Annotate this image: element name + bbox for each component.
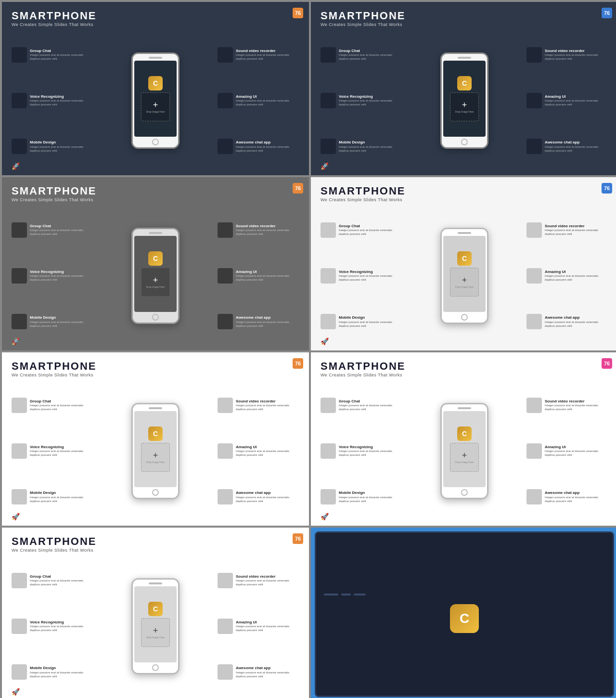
drop-area-1: + Drop Image Here [141,92,170,121]
feature-title-6d: Sound video recorder [545,399,608,404]
phone-5: C + Drop Image Here [131,403,180,499]
feature-icon-6f [526,489,542,504]
feature-title-7d: Sound video recorder [236,574,299,579]
feature-group-chat-2: Group Chat Integer posuere erat at dosan… [321,47,402,63]
feature-icon-6a [321,398,336,413]
rocket-icon-7: 🚀 [12,688,20,696]
feature-icon-5f [218,489,233,504]
drop-plus-1: + [153,101,158,109]
feature-desc-1b: Integer posuere erat at dosante venenati… [30,99,93,107]
slide-subtitle-5: We Creates Simple Slides That Works [12,373,299,377]
feature-text-7e: Amazing UI Integer posuere erat at dosan… [236,620,299,633]
feature-desc-4c: Integer posuere erat at dosante venenati… [339,321,402,328]
feature-desc-7c: Integer posuere erat at dosante venenati… [30,671,93,679]
feature-icon-7b [12,619,27,634]
slide-footer-5: 🚀 [12,512,20,521]
feature-title-1e: Amazing UI [236,94,299,99]
feature-icon-2e [526,93,542,108]
feature-icon-1b [12,93,27,108]
drop-text-7: Drop Image Here [146,636,165,639]
preview-bar-1 [324,594,338,595]
preview-inner: C [315,531,614,697]
feature-text-4d: Sound video recorder Integer posuere era… [545,224,608,236]
feature-text-5c: Mobile Design Integer posuere erat at do… [30,491,93,503]
feature-title-2f: Awesome chat app [545,140,608,145]
feature-title-3b: Voice Recognizing [30,270,93,274]
feature-text-6b: Voice Recognizing Integer posuere erat a… [339,445,402,457]
feature-group-chat-7: Group Chat Integer posuere erat at dosan… [12,573,93,588]
slide-title-7: SMARTPHONE [12,536,299,547]
phone-home-5 [152,489,159,496]
feature-icon-1e [218,93,233,108]
slide-header-7: SMARTPHONE We Creates Simple Slides That… [12,536,299,553]
feature-title-2c: Mobile Design [339,140,402,145]
feature-desc-6e: Integer posuere erat at dosante venenati… [545,450,608,457]
features-left-2: Group Chat Integer posuere erat at dosan… [321,33,402,168]
slide-footer-3: 🚀 [12,337,20,346]
feature-icon-7e [218,619,233,634]
slide-footer-6: 🚀 [321,512,329,521]
features-right-6: Sound video recorder Integer posuere era… [526,383,608,519]
feature-icon-1c [12,139,27,154]
drop-plus-3: + [153,276,158,284]
feature-title-7e: Amazing UI [236,620,299,625]
feature-desc-7f: Integer posuere erat at dosante venenati… [236,671,299,679]
feature-text-6f: Awesome chat app Integer posuere erat at… [545,491,608,503]
feature-title-5b: Voice Recognizing [30,445,93,450]
feature-icon-4d [526,222,542,238]
slide-title-4: SMARTPHONE [321,186,608,196]
feature-text-1f: Awesome chat app Integer posuere erat at… [236,140,299,153]
phone-home-1 [152,139,159,145]
feature-title-4f: Awesome chat app [545,315,608,320]
feature-title-6a: Group Chat [339,399,402,404]
slide-3: 76 SMARTPHONE We Creates Simple Slides T… [2,177,309,350]
slide-body-3: Group Chat Integer posuere erat at dosan… [12,208,299,344]
feature-text-2e: Amazing UI Integer posuere erat at dosan… [545,94,608,107]
phone-3: C + Drop Image Here [131,228,180,324]
slide-title-2: SMARTPHONE [321,11,608,21]
features-right-2: Sound video recorder Integer posuere era… [526,33,608,168]
feature-icon-6e [526,443,542,459]
slide-header-6: SMARTPHONE We Creates Simple Slides That… [321,361,608,377]
feature-desc-4b: Integer posuere erat at dosante venenati… [339,274,402,282]
feature-text-2f: Awesome chat app Integer posuere erat at… [545,140,608,153]
feature-icon-2f [526,139,542,154]
slide-title-5: SMARTPHONE [12,361,299,372]
feature-text-3e: Amazing UI Integer posuere erat at dosan… [236,270,299,282]
feature-icon-2c [321,139,336,154]
features-left-3: Group Chat Integer posuere erat at dosan… [12,208,93,344]
phone-app-icon-4: C [457,251,472,266]
rocket-icon-2: 🚀 [321,162,329,170]
feature-desc-3f: Integer posuere erat at dosante venenati… [236,321,299,328]
phone-screen-4: C + Drop Image Here [443,236,486,312]
feature-text-1b: Voice Recognizing Integer posuere erat a… [30,94,93,107]
feature-awesome-1: Awesome chat app Integer posuere erat at… [218,139,299,154]
feature-desc-6c: Integer posuere erat at dosante venenati… [339,496,402,504]
feature-text-1e: Amazing UI Integer posuere erat at dosan… [236,94,299,107]
features-left-5: Group Chat Integer posuere erat at dosan… [12,383,93,519]
features-left-1: Group Chat Integer posuere erat at dosan… [12,33,93,168]
feature-amazing-4: Amazing UI Integer posuere erat at dosan… [526,268,608,284]
feature-text-7d: Sound video recorder Integer posuere era… [236,574,299,587]
feature-icon-1d [218,47,233,63]
slide-subtitle-3: We Creates Simple Slides That Works [12,197,299,202]
feature-desc-4a: Integer posuere erat at dosante venenati… [339,229,402,236]
phone-speaker-4 [458,232,471,234]
slide-1: 76 SMARTPHONE We Creates Simple Slides T… [2,2,309,175]
feature-icon-7c [12,664,27,680]
feature-text-6e: Amazing UI Integer posuere erat at dosan… [545,445,608,457]
feature-icon-2b [321,93,336,108]
feature-sound-3: Sound video recorder Integer posuere era… [218,222,299,238]
rocket-icon-1: 🚀 [12,162,20,170]
phone-speaker-2 [458,57,471,59]
features-right-7: Sound video recorder Integer posuere era… [218,558,299,694]
drop-plus-7: + [153,626,158,635]
phone-speaker-3 [149,232,162,234]
slide-subtitle-4: We Creates Simple Slides That Works [321,197,608,202]
feature-group-chat-1: Group Chat Integer posuere erat at dosan… [12,47,93,63]
feature-desc-2b: Integer posuere erat at dosante venenati… [339,99,402,107]
feature-sound-5: Sound video recorder Integer posuere era… [218,398,299,413]
feature-icon-3b [12,268,27,284]
feature-title-5e: Amazing UI [236,445,299,450]
phone-area-5: C + Drop Image Here [96,383,215,519]
